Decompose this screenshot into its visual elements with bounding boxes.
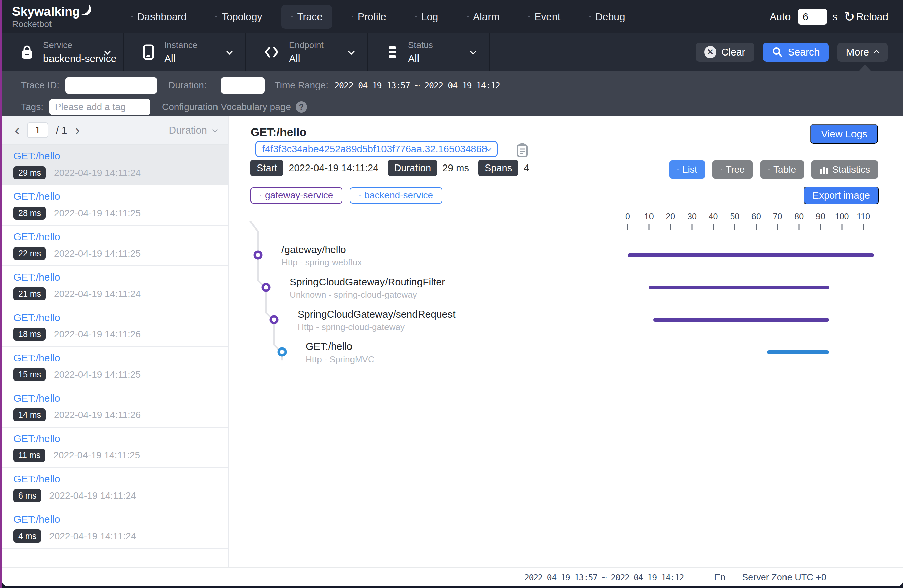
status-selector[interactable]: Status All <box>368 33 489 71</box>
duration-badge: 4 ms <box>13 530 41 543</box>
export-image-button[interactable]: Export image <box>804 187 879 204</box>
app-window: Skywalking Rocketbot Dashboard Topology … <box>2 0 903 586</box>
help-icon[interactable]: ? <box>296 101 307 113</box>
page-number-input[interactable] <box>27 122 49 138</box>
duration-badge: 6 ms <box>13 489 41 502</box>
trace-endpoint-link[interactable]: GET:/hello <box>13 191 228 202</box>
trace-id-input[interactable] <box>65 77 157 94</box>
nav-item-profile[interactable]: Profile <box>342 5 396 28</box>
trace-id-value: f4f3f3c34abe4252a89d5bf103f776aa.32.1650… <box>262 144 487 155</box>
service-tag-gateway[interactable]: gateway-service <box>250 187 342 204</box>
tab-statistics[interactable]: Statistics <box>812 160 878 179</box>
tab-list[interactable]: List <box>669 160 705 179</box>
trace-timestamp: 2022-04-19 14:11:26 <box>54 410 141 420</box>
server-zone[interactable]: Server Zone UTC +0 <box>742 572 826 583</box>
search-button[interactable]: Search <box>763 43 829 61</box>
copy-clipboard-icon[interactable] <box>516 142 529 159</box>
trace-endpoint-link[interactable]: GET:/hello <box>13 473 228 485</box>
nav-item-trace[interactable]: Trace <box>282 5 332 28</box>
duration-badge: 21 ms <box>13 287 46 300</box>
axis-tick-mark <box>842 224 842 230</box>
trace-list-item[interactable]: GET:/hello 4 ms2022-04-19 14:11:24 <box>2 508 228 549</box>
search-label: Search <box>788 46 820 58</box>
language-toggle[interactable]: En <box>714 572 725 583</box>
tab-table[interactable]: Table <box>760 160 804 179</box>
nav-item-log[interactable]: Log <box>406 5 447 28</box>
trace-list-item[interactable]: GET:/hello 6 ms2022-04-19 14:11:24 <box>2 468 228 508</box>
prev-page-icon[interactable]: ‹ <box>13 123 21 137</box>
trace-endpoint-link[interactable]: GET:/hello <box>13 271 228 283</box>
trace-id-label: Trace ID: <box>21 80 59 91</box>
trace-list-item[interactable]: GET:/hello 29 ms2022-04-19 14:11:24 <box>2 145 228 185</box>
vocabulary-link[interactable]: Configuration Vocabulary page ? <box>162 101 307 113</box>
duration-label: Duration: <box>168 80 207 91</box>
spans-value: 4 <box>524 163 529 174</box>
trace-endpoint-link[interactable]: GET:/hello <box>13 433 228 444</box>
nav-item-event[interactable]: Event <box>519 5 569 28</box>
axis-tick-mark <box>734 224 735 230</box>
more-button[interactable]: More <box>837 43 887 61</box>
axis-tick-mark <box>755 224 757 230</box>
chevron-down-icon <box>486 146 492 151</box>
trace-list-item[interactable]: GET:/hello 28 ms2022-04-19 14:11:25 <box>2 185 228 226</box>
trace-endpoint-link[interactable]: GET:/hello <box>13 352 228 364</box>
duration-input[interactable] <box>221 77 264 94</box>
endpoint-selector[interactable]: Endpoint All <box>246 33 368 71</box>
code-icon <box>264 45 280 59</box>
sort-dropdown[interactable]: Duration <box>169 124 217 136</box>
span-duration-bar[interactable] <box>649 285 829 289</box>
trace-title: GET:/hello <box>250 125 307 139</box>
span-duration-bar[interactable] <box>653 318 829 321</box>
clear-button[interactable]: ✕ Clear <box>695 43 754 61</box>
start-badge: Start <box>250 160 283 176</box>
page-total: / 1 <box>56 124 67 136</box>
trace-timestamp: 2022-04-19 14:11:25 <box>54 369 141 380</box>
tab-tree[interactable]: Tree <box>713 160 753 179</box>
trace-list-item[interactable]: GET:/hello 21 ms2022-04-19 14:11:24 <box>2 266 228 306</box>
span-duration-bar[interactable] <box>767 350 829 354</box>
app-logo: Skywalking Rocketbot <box>12 5 91 28</box>
trace-endpoint-link[interactable]: GET:/hello <box>13 231 228 243</box>
auto-refresh-input[interactable] <box>798 9 827 25</box>
trace-timestamp: 2022-04-19 14:11:24 <box>54 289 141 299</box>
trace-list-item[interactable]: GET:/hello 11 ms2022-04-19 14:11:25 <box>2 428 228 468</box>
service-selector[interactable]: Service backend-service <box>2 33 124 71</box>
axis-tick-mark <box>670 224 671 230</box>
reload-button[interactable]: ↻ Reload <box>844 11 888 23</box>
trace-list-item[interactable]: GET:/hello 22 ms2022-04-19 14:11:25 <box>2 226 228 266</box>
time-range-value[interactable]: 2022-04-19 13:57 ~ 2022-04-19 14:12 <box>334 81 500 91</box>
panel-caret <box>859 64 871 71</box>
footer-time-range[interactable]: 2022-04-19 13:57 ~ 2022-04-19 14:12 <box>524 572 684 582</box>
axis-tick-label: 100 <box>835 212 849 221</box>
span-duration-bar[interactable] <box>628 253 874 257</box>
trace-list-item[interactable]: GET:/hello 15 ms2022-04-19 14:11:25 <box>2 347 228 387</box>
trace-endpoint-link[interactable]: GET:/hello <box>13 392 228 404</box>
axis-tick-mark <box>691 224 692 230</box>
axis-tick-label: 80 <box>794 212 804 221</box>
trace-list-sidebar: ‹ / 1 › Duration GET:/hello 29 ms2022-04… <box>2 116 229 568</box>
service-tag-backend[interactable]: backend-service <box>350 187 442 204</box>
nav-item-debug[interactable]: Debug <box>580 5 634 28</box>
nav-item-dashboard[interactable]: Dashboard <box>122 5 196 28</box>
trace-list-item[interactable]: GET:/hello 18 ms2022-04-19 14:11:26 <box>2 306 228 347</box>
trace-endpoint-link[interactable]: GET:/hello <box>13 514 228 525</box>
endpoint-value: All <box>289 53 324 64</box>
trace-endpoint-link[interactable]: GET:/hello <box>13 312 228 323</box>
chevron-down-icon <box>212 127 218 132</box>
trace-endpoint-link[interactable]: GET:/hello <box>13 151 228 162</box>
axis-tick-label: 10 <box>644 212 654 221</box>
next-page-icon[interactable]: › <box>74 123 81 137</box>
nav-item-alarm[interactable]: Alarm <box>458 5 509 28</box>
trace-id-select[interactable]: f4f3f3c34abe4252a89d5bf103f776aa.32.1650… <box>255 141 498 157</box>
trace-timestamp: 2022-04-19 14:11:25 <box>54 208 141 219</box>
instance-selector[interactable]: Instance All <box>124 33 246 71</box>
axis-tick-mark <box>627 224 628 230</box>
logo-swoosh-icon <box>81 3 91 17</box>
axis-tick-label: 60 <box>752 212 761 221</box>
nav-item-topology[interactable]: Topology <box>206 5 271 28</box>
tags-input[interactable] <box>49 99 151 115</box>
trace-timestamp: 2022-04-19 14:11:24 <box>49 531 136 542</box>
view-logs-button[interactable]: View Logs <box>810 124 878 144</box>
span-name: SpringCloudGateway/RoutingFilter <box>289 276 445 288</box>
trace-list-item[interactable]: GET:/hello 14 ms2022-04-19 14:11:26 <box>2 387 228 428</box>
